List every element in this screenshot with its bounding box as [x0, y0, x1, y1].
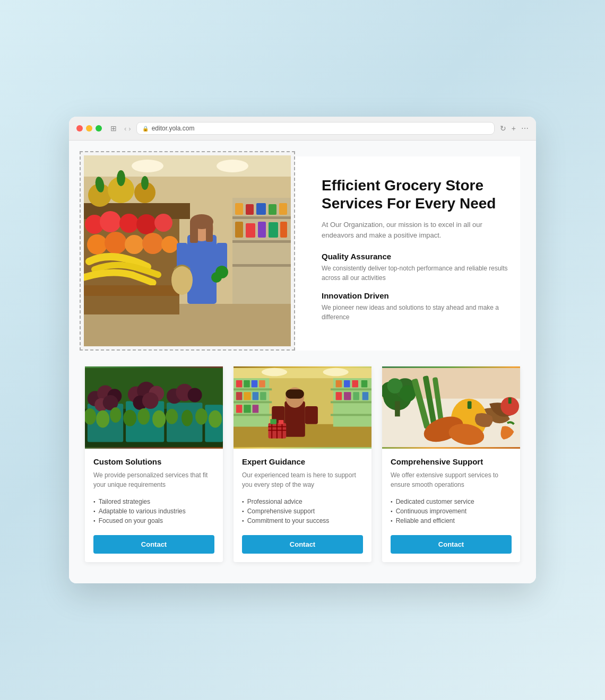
svg-rect-47: [280, 222, 287, 238]
svg-rect-100: [331, 401, 371, 403]
contact-button-2[interactable]: Contact: [242, 535, 363, 554]
list-item: Dedicated customer service: [391, 497, 512, 506]
svg-rect-99: [331, 388, 371, 390]
svg-rect-139: [508, 398, 512, 404]
lock-icon: 🔒: [142, 126, 149, 132]
svg-rect-93: [253, 392, 259, 400]
svg-rect-37: [232, 264, 291, 267]
svg-point-63: [142, 392, 159, 409]
svg-rect-122: [279, 420, 284, 424]
svg-rect-135: [468, 401, 472, 408]
card-comprehensive-support: Comprehensive Support We offer extensive…: [382, 366, 520, 562]
traffic-light-red[interactable]: [76, 125, 83, 132]
card-custom-solutions-title: Custom Solutions: [93, 457, 214, 466]
svg-rect-107: [344, 392, 351, 400]
card-custom-solutions-desc: We provide personalized services that fi…: [93, 470, 214, 489]
hero-image-wrapper: [85, 156, 295, 351]
svg-rect-27: [190, 222, 198, 243]
hero-section: Efficient Grocery Store Services For Eve…: [85, 156, 520, 351]
svg-point-68: [96, 410, 109, 428]
more-icon[interactable]: ⋯: [521, 124, 529, 133]
feature-innovation-desc: We pioneer new ideas and solutions to st…: [322, 303, 509, 322]
svg-point-11: [117, 170, 125, 186]
share-icon[interactable]: ↻: [500, 124, 506, 133]
svg-rect-91: [236, 392, 243, 400]
svg-rect-106: [336, 392, 342, 400]
svg-rect-41: [269, 204, 276, 215]
svg-rect-121: [270, 419, 276, 424]
svg-rect-96: [244, 405, 250, 413]
card-store-image: [234, 366, 371, 449]
traffic-lights: [76, 125, 102, 132]
hero-image-dashed-border: [80, 151, 295, 351]
card-custom-solutions-body: Custom Solutions We provide personalized…: [85, 449, 223, 562]
svg-rect-39: [246, 204, 254, 215]
svg-point-69: [110, 407, 121, 423]
svg-rect-112: [286, 389, 304, 398]
svg-point-16: [136, 214, 157, 234]
svg-rect-109: [362, 392, 369, 400]
card-figs-image: [85, 366, 223, 449]
sidebar-icon[interactable]: ⊞: [110, 124, 117, 133]
svg-point-81: [262, 368, 287, 376]
svg-rect-80: [234, 368, 371, 378]
feature-innovation-title: Innovation Driven: [322, 291, 509, 300]
svg-rect-101: [331, 414, 371, 416]
svg-point-66: [188, 388, 202, 402]
svg-rect-102: [336, 380, 342, 387]
svg-rect-87: [236, 380, 243, 387]
svg-point-129: [400, 386, 416, 402]
feature-quality: Quality Assurance We consistently delive…: [322, 252, 509, 283]
svg-rect-88: [244, 380, 250, 387]
svg-point-19: [105, 232, 127, 254]
svg-rect-97: [253, 405, 259, 413]
back-button[interactable]: ‹: [124, 125, 126, 133]
feature-innovation: Innovation Driven We pioneer new ideas a…: [322, 291, 509, 322]
svg-rect-40: [256, 203, 266, 215]
add-tab-icon[interactable]: +: [512, 124, 516, 133]
traffic-light-green[interactable]: [96, 125, 102, 132]
svg-rect-86: [234, 414, 272, 416]
svg-rect-94: [260, 392, 266, 400]
svg-rect-130: [395, 401, 400, 416]
svg-rect-104: [352, 380, 358, 387]
card-custom-solutions-list: Tailored strategies Adaptable to various…: [93, 497, 214, 526]
nav-arrows: ‹ ›: [124, 125, 131, 133]
hero-subtitle: At Our Organization, our mission is to e…: [322, 220, 509, 240]
contact-button-3[interactable]: Contact: [391, 535, 512, 554]
list-item: Commitment to your success: [242, 516, 363, 526]
card-custom-solutions: Custom Solutions We provide personalized…: [85, 366, 223, 562]
svg-rect-35: [232, 216, 291, 219]
traffic-light-yellow[interactable]: [86, 125, 92, 132]
svg-point-21: [142, 233, 163, 254]
list-item: Comprehensive support: [242, 506, 363, 516]
card-veggies-image: [382, 366, 520, 449]
svg-point-70: [123, 410, 136, 426]
svg-point-20: [125, 235, 144, 254]
hero-title: Efficient Grocery Store Services For Eve…: [322, 177, 509, 212]
contact-button-1[interactable]: Contact: [93, 535, 214, 554]
svg-rect-23: [84, 285, 179, 296]
svg-point-72: [152, 410, 166, 428]
svg-rect-108: [353, 392, 359, 400]
list-item: Tailored strategies: [93, 497, 214, 506]
forward-button[interactable]: ›: [128, 125, 131, 133]
hero-text: Efficient Grocery Store Services For Eve…: [316, 166, 520, 341]
svg-point-3: [217, 160, 248, 172]
svg-rect-103: [344, 380, 350, 387]
svg-rect-92: [244, 392, 250, 400]
list-item: Focused on your goals: [93, 516, 214, 526]
svg-rect-24: [187, 235, 217, 304]
hero-market-image: [84, 155, 291, 346]
page-content: Efficient Grocery Store Services For Eve…: [69, 141, 536, 583]
address-bar[interactable]: 🔒 editor.yola.com: [136, 122, 495, 135]
svg-point-76: [209, 410, 222, 428]
url-text: editor.yola.com: [152, 125, 195, 132]
svg-rect-84: [234, 388, 272, 390]
card-comprehensive-support-title: Comprehensive Support: [391, 457, 512, 466]
svg-point-73: [166, 409, 178, 424]
svg-rect-114: [305, 406, 318, 424]
svg-rect-89: [252, 380, 258, 387]
svg-rect-45: [258, 222, 266, 238]
browser-chrome: ⊞ ‹ › 🔒 editor.yola.com ↻ + ⋯: [69, 117, 536, 141]
